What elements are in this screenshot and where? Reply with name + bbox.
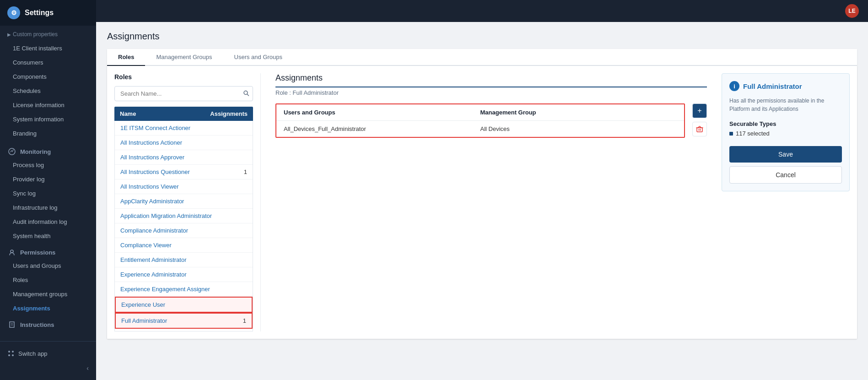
sidebar-item-license-information[interactable]: License information [0, 98, 96, 112]
role-name[interactable]: Full Administrator [121, 317, 232, 324]
sidebar-item-roles[interactable]: Roles [0, 273, 96, 287]
sidebar-item-schedules[interactable]: Schedules [0, 84, 96, 98]
role-name[interactable]: Application Migration Administrator [120, 212, 247, 219]
app-header: ⚙ Settings [0, 0, 96, 26]
tab-management-groups[interactable]: Management Groups [145, 49, 223, 66]
svg-rect-7 [697, 128, 702, 132]
assignments-table: Users and Groups Management Group All_De… [275, 103, 685, 138]
tabs-container: Roles Management Groups Users and Groups… [107, 49, 857, 339]
sidebar-item-system-information[interactable]: System information [0, 112, 96, 126]
svg-point-5 [12, 354, 14, 356]
svg-point-6 [244, 91, 248, 94]
role-name[interactable]: Compliance Viewer [120, 242, 247, 249]
role-row[interactable]: Compliance Viewer [115, 238, 253, 253]
add-assignment-button[interactable]: + [692, 103, 707, 118]
sidebar-item-sync-log[interactable]: Sync log [0, 186, 96, 201]
info-panel-title: i Full Administrator [729, 81, 842, 91]
sidebar-item-branding[interactable]: Branding [0, 126, 96, 141]
role-row[interactable]: Compliance Administrator [115, 223, 253, 238]
assignment-users-groups: All_Devices_Full_Administrator [284, 125, 480, 132]
roles-list: 1E ITSM Connect ActionerAll Instructions… [114, 121, 253, 331]
info-count-value: 117 selected [736, 130, 770, 137]
role-name[interactable]: Entitlement Administrator [120, 256, 247, 263]
sidebar-item-provider-log[interactable]: Provider log [0, 172, 96, 186]
role-name[interactable]: All Instructions Actioner [120, 139, 247, 146]
delete-assignment-button[interactable] [692, 122, 707, 136]
search-button[interactable] [243, 90, 249, 98]
assignment-row: All_Devices_Full_Administrator All Devic… [276, 121, 684, 137]
role-name[interactable]: All Instructions Approver [120, 154, 247, 161]
col-assignments-header: Assignments [210, 110, 248, 117]
sidebar-item-process-log[interactable]: Process log [0, 158, 96, 172]
sidebar-item-assignments[interactable]: Assignments [0, 301, 96, 315]
sidebar-item-custom-properties[interactable]: ▶ Custom properties [0, 27, 96, 41]
info-panel: i Full Administrator Has all the permiss… [722, 73, 850, 191]
permissions-group-header: Permissions [0, 243, 96, 259]
sidebar-collapse-button[interactable]: ‹ [0, 361, 96, 375]
col-users-groups-header: Users and Groups [284, 109, 480, 116]
role-row[interactable]: AppClarity Administrator [115, 194, 253, 209]
col-management-group-header: Management Group [480, 109, 677, 116]
role-row[interactable]: 1E ITSM Connect Actioner [115, 121, 253, 136]
save-button[interactable]: Save [729, 146, 842, 163]
role-row[interactable]: Group Administrator [115, 329, 253, 331]
table-actions: + [689, 103, 707, 136]
sidebar-item-consumers[interactable]: Consumers [0, 55, 96, 70]
roles-panel: Roles Name Assignments 1E ITSM Connect A… [114, 73, 261, 331]
sidebar-item-client-installers[interactable]: 1E Client installers [0, 41, 96, 55]
count-dot [729, 132, 733, 136]
permissions-icon [7, 248, 16, 257]
sidebar-item-audit-information-log[interactable]: Audit information log [0, 215, 96, 229]
role-row[interactable]: All Instructions Viewer [115, 179, 253, 194]
tab-users-and-groups[interactable]: Users and Groups [223, 49, 294, 66]
role-row[interactable]: Experience User [115, 297, 253, 313]
role-row[interactable]: Application Migration Administrator [115, 209, 253, 223]
tabs-bar: Roles Management Groups Users and Groups [107, 49, 857, 66]
page-container: Assignments Roles Management Groups User… [96, 22, 868, 380]
sidebar-item-components[interactable]: Components [0, 70, 96, 84]
svg-point-4 [8, 354, 10, 356]
tab-roles[interactable]: Roles [107, 49, 145, 66]
main-content: LE Assignments Roles Management Groups U… [96, 0, 868, 380]
user-avatar[interactable]: LE [845, 4, 859, 18]
role-row[interactable]: All Instructions Questioner1 [115, 165, 253, 179]
sidebar-bottom: Switch app ‹ [0, 341, 96, 380]
assignment-management-group: All Devices [480, 125, 677, 132]
monitoring-icon [7, 147, 16, 156]
svg-point-1 [11, 250, 13, 253]
role-name[interactable]: Experience Engagement Assigner [120, 286, 247, 293]
svg-point-2 [8, 351, 10, 353]
role-name[interactable]: Compliance Administrator [120, 227, 247, 234]
role-row[interactable]: Entitlement Administrator [115, 253, 253, 267]
role-row[interactable]: Experience Administrator [115, 267, 253, 282]
sidebar-item-system-health[interactable]: System health [0, 229, 96, 243]
cancel-button[interactable]: Cancel [729, 166, 842, 184]
role-count: 1 [232, 317, 246, 324]
switch-app-label: Switch app [18, 350, 48, 357]
sidebar-item-management-groups[interactable]: Management groups [0, 287, 96, 301]
role-count: 1 [233, 168, 247, 175]
role-name[interactable]: Experience Administrator [120, 271, 247, 278]
role-name[interactable]: All Instructions Viewer [120, 183, 247, 190]
content-area: Roles Name Assignments 1E ITSM Connect A… [107, 66, 857, 339]
role-name[interactable]: Experience User [121, 301, 246, 308]
role-row[interactable]: Full Administrator1 [115, 313, 253, 329]
info-count: 117 selected [729, 130, 842, 137]
sidebar: ⚙ Settings ▶ Custom properties 1E Client… [0, 0, 96, 380]
role-row[interactable]: All Instructions Actioner [115, 136, 253, 150]
role-row[interactable]: Experience Engagement Assigner [115, 282, 253, 297]
svg-point-3 [12, 351, 14, 353]
role-name[interactable]: 1E ITSM Connect Actioner [120, 125, 247, 131]
col-name-header: Name [120, 110, 210, 117]
assignments-table-header: Users and Groups Management Group [276, 104, 684, 121]
info-securable-types-label: Securable Types [729, 120, 842, 127]
search-input[interactable] [114, 86, 253, 101]
role-row[interactable]: All Instructions Approver [115, 150, 253, 165]
sidebar-item-infrastructure-log[interactable]: Infrastructure log [0, 201, 96, 215]
svg-point-0 [9, 148, 15, 155]
sidebar-item-users-and-groups[interactable]: Users and Groups [0, 259, 96, 273]
sidebar-item-switch-app[interactable]: Switch app [0, 346, 96, 361]
monitoring-group-header: Monitoring [0, 142, 96, 158]
role-name[interactable]: AppClarity Administrator [120, 198, 247, 205]
role-name[interactable]: All Instructions Questioner [120, 168, 233, 175]
